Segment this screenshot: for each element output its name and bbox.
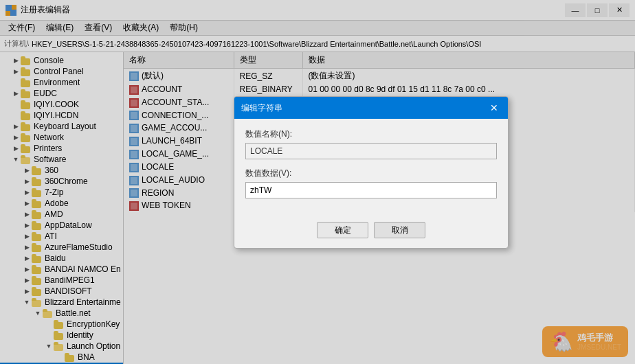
- modal-titlebar: 编辑字符串 ✕: [234, 97, 508, 119]
- modal-title: 编辑字符串: [241, 102, 282, 114]
- field-data-label: 数值数据(V):: [245, 168, 497, 179]
- cancel-button[interactable]: 取消: [374, 222, 425, 238]
- edit-string-dialog: 编辑字符串 ✕ 数值名称(N): 数值数据(V): 确定 取消: [234, 96, 509, 249]
- field-name-input[interactable]: [245, 143, 497, 159]
- ok-button[interactable]: 确定: [317, 222, 368, 238]
- field-name-label: 数值名称(N):: [245, 128, 497, 140]
- modal-overlay: 编辑字符串 ✕ 数值名称(N): 数值数据(V): 确定 取消: [0, 0, 635, 364]
- field-data-input[interactable]: [245, 182, 497, 198]
- modal-body: 数值名称(N): 数值数据(V):: [234, 119, 508, 216]
- modal-footer: 确定 取消: [234, 216, 508, 248]
- modal-close-button[interactable]: ✕: [487, 101, 501, 115]
